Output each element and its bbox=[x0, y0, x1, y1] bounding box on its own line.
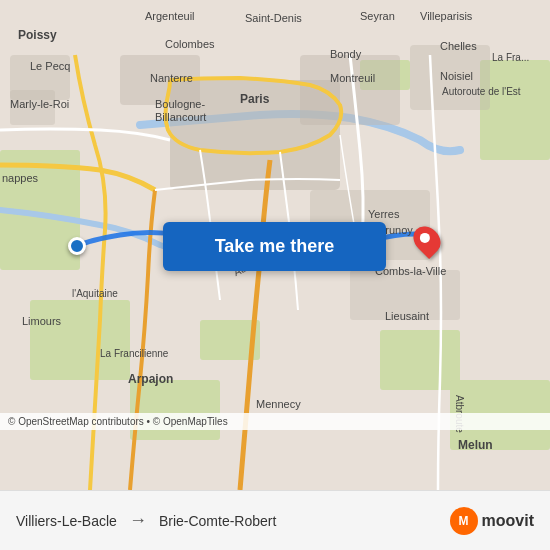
destination-marker bbox=[415, 225, 439, 255]
map-background[interactable]: Poissy Argenteuil Saint-Denis Seyran Vil… bbox=[0, 0, 550, 490]
take-me-there-button[interactable]: Take me there bbox=[163, 222, 386, 271]
arrow-icon: → bbox=[129, 510, 147, 531]
attribution-text: © OpenStreetMap contributors • © OpenMap… bbox=[8, 416, 228, 427]
attribution-bar: © OpenStreetMap contributors • © OpenMap… bbox=[0, 413, 550, 430]
destination-label: Brie-Comte-Robert bbox=[159, 513, 276, 529]
origin-label: Villiers-Le-Bacle bbox=[16, 513, 117, 529]
bottom-bar: Villiers-Le-Bacle → Brie-Comte-Robert M … bbox=[0, 490, 550, 550]
origin-marker bbox=[68, 237, 86, 255]
moovit-text: moovit bbox=[482, 512, 534, 530]
map-container: Poissy Argenteuil Saint-Denis Seyran Vil… bbox=[0, 0, 550, 550]
moovit-icon: M bbox=[450, 507, 478, 535]
moovit-logo: M moovit bbox=[450, 507, 534, 535]
